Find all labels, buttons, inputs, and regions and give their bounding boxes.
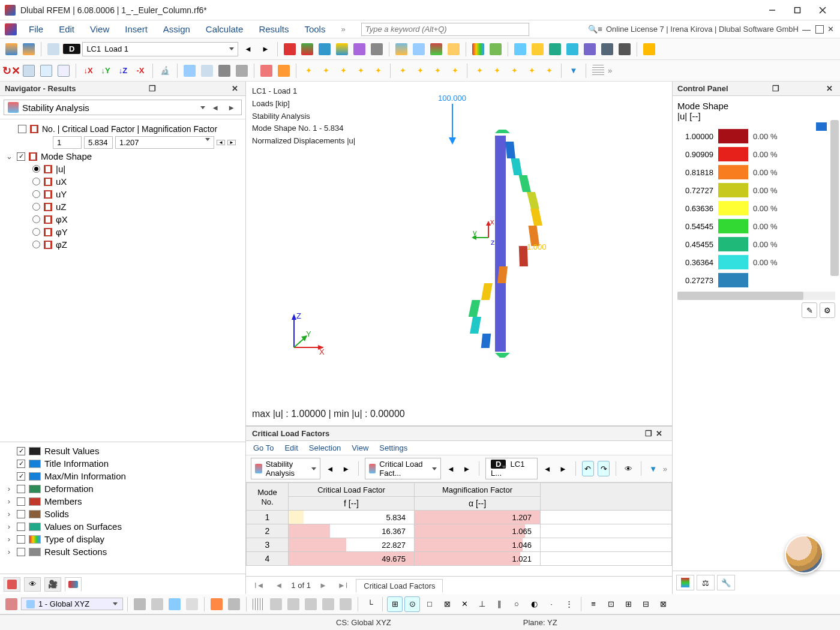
- overflow-icon[interactable]: »: [663, 464, 667, 473]
- tool-icon[interactable]: [259, 63, 274, 79]
- osnap-icon[interactable]: ⊥: [474, 596, 490, 612]
- spark-icon[interactable]: ✦: [301, 63, 316, 79]
- spark-icon[interactable]: ✦: [541, 63, 557, 79]
- table-combo-analysis[interactable]: Stability Analysis: [251, 458, 320, 479]
- expand-icon[interactable]: ›: [5, 547, 13, 556]
- table-menu-view[interactable]: View: [352, 443, 368, 452]
- expand-icon[interactable]: ›: [5, 535, 13, 544]
- keyword-search-input[interactable]: [361, 23, 529, 36]
- tool-icon[interactable]: [565, 41, 580, 57]
- mode-shape-node[interactable]: ⌄ Mode Shape: [2, 150, 243, 163]
- grid-icon[interactable]: [303, 596, 319, 612]
- nav-tab-display[interactable]: 👁: [24, 577, 41, 592]
- factor-checkbox[interactable]: [18, 125, 26, 133]
- next-page-button[interactable]: ►: [317, 581, 329, 590]
- display-option-result-sections[interactable]: › Result Sections: [2, 545, 243, 558]
- menu-assign[interactable]: Assign: [157, 22, 196, 37]
- menu-file[interactable]: File: [23, 22, 49, 37]
- tool-icon[interactable]: [428, 41, 444, 57]
- mode-radio-X[interactable]: φX: [2, 213, 243, 226]
- snap-icon[interactable]: [184, 596, 200, 612]
- spark-icon[interactable]: ✦: [412, 63, 428, 79]
- display-checkbox[interactable]: [17, 523, 25, 531]
- nav-tab-views[interactable]: 🎥: [44, 577, 61, 592]
- radio-icon[interactable]: [32, 241, 40, 248]
- filter-icon[interactable]: ▼: [647, 461, 659, 476]
- expand-icon[interactable]: ›: [5, 484, 13, 493]
- legend-scrollbar[interactable]: [830, 120, 839, 276]
- factor-spinner[interactable]: ◄: [217, 140, 225, 145]
- keyword-search[interactable]: [361, 23, 529, 36]
- radio-icon[interactable]: [32, 165, 40, 173]
- guide-icon[interactable]: ⊡: [603, 596, 619, 612]
- sync-icon[interactable]: ↷: [598, 461, 610, 476]
- table-combo-result[interactable]: Critical Load Fact...: [365, 458, 442, 479]
- filter-icon[interactable]: ▼: [566, 63, 581, 79]
- close-panel-icon[interactable]: ✕: [824, 84, 835, 93]
- display-option-deformation[interactable]: › Deformation: [2, 482, 243, 495]
- result-type-selector[interactable]: Stability Analysis ◄ ►: [4, 100, 242, 115]
- osnap-icon[interactable]: ⊞: [387, 596, 403, 612]
- workspace-selector[interactable]: 1 - Global XYZ: [21, 598, 123, 610]
- osnap-icon[interactable]: ·: [544, 596, 559, 612]
- factor-spinner[interactable]: ►: [227, 140, 236, 145]
- display-option-title-information[interactable]: Title Information: [2, 457, 243, 470]
- osnap-icon[interactable]: ⊠: [439, 596, 455, 612]
- menu-calculate[interactable]: Calculate: [200, 22, 250, 37]
- minimize-button[interactable]: [760, 2, 785, 19]
- cp-tab-filter[interactable]: 🔧: [717, 575, 735, 590]
- display-checkbox[interactable]: [17, 548, 25, 556]
- tool-icon[interactable]: [299, 41, 315, 57]
- save-icon[interactable]: [599, 41, 615, 57]
- cube-icon[interactable]: [38, 63, 54, 79]
- mode-radio-u[interactable]: |u|: [2, 163, 243, 175]
- tool-icon[interactable]: [470, 41, 486, 57]
- table-row[interactable]: 1 5.834 1.207: [247, 511, 672, 524]
- legend-edit-icon[interactable]: ✎: [802, 302, 817, 318]
- cp-tab-scale[interactable]: ⚖: [697, 575, 715, 590]
- guide-icon[interactable]: ≡: [586, 596, 601, 612]
- display-option-max-min-information[interactable]: Max/Min Information: [2, 470, 243, 482]
- mode-shape-checkbox[interactable]: [17, 152, 25, 161]
- snap-icon[interactable]: [209, 596, 224, 612]
- prev-button[interactable]: ◄: [445, 461, 457, 476]
- search-help-icon[interactable]: 🔍≡: [588, 25, 602, 34]
- radio-icon[interactable]: [32, 178, 40, 185]
- print-icon[interactable]: [617, 41, 632, 57]
- next-button[interactable]: ►: [340, 461, 352, 476]
- grid-icon[interactable]: [286, 596, 301, 612]
- tool-icon[interactable]: [446, 41, 461, 57]
- expand-icon[interactable]: ›: [5, 522, 13, 531]
- last-page-button[interactable]: ►I: [335, 581, 350, 590]
- tool-icon[interactable]: [282, 41, 298, 57]
- snap-icon[interactable]: [226, 596, 242, 612]
- undock-icon[interactable]: ❐: [645, 429, 652, 438]
- axis-y-icon[interactable]: ↓Y: [98, 63, 113, 79]
- table-menu-edit[interactable]: Edit: [284, 443, 298, 452]
- guide-icon[interactable]: ⊠: [655, 596, 671, 612]
- table-menu-goto[interactable]: Go To: [253, 443, 274, 452]
- next-lc-button[interactable]: ►: [257, 41, 273, 57]
- display-option-members[interactable]: › Members: [2, 495, 243, 508]
- snap-icon[interactable]: [149, 596, 165, 612]
- tool-icon[interactable]: [334, 41, 350, 57]
- spark-icon[interactable]: ✦: [353, 63, 368, 79]
- spark-icon[interactable]: ✦: [395, 63, 410, 79]
- tool-icon[interactable]: [182, 63, 197, 79]
- table-menu-selection[interactable]: Selection: [309, 443, 341, 452]
- tool-icon[interactable]: [276, 63, 292, 79]
- viewport[interactable]: LC1 - Load 1 Loads [kip] Stability Analy…: [246, 82, 672, 426]
- spark-icon[interactable]: ✦: [335, 63, 351, 79]
- tool-icon[interactable]: [394, 41, 409, 57]
- spark-icon[interactable]: ✦: [447, 63, 463, 79]
- tool-icon[interactable]: [352, 41, 367, 57]
- tool-icon[interactable]: [217, 63, 232, 79]
- tool-icon[interactable]: [369, 41, 385, 57]
- osnap-icon[interactable]: ⊙: [404, 596, 420, 612]
- osnap-icon[interactable]: ○: [509, 596, 524, 612]
- workspace-icon[interactable]: [4, 596, 19, 612]
- mode-radio-Y[interactable]: φY: [2, 226, 243, 238]
- collapse-icon[interactable]: ⌄: [5, 152, 13, 161]
- spark-icon[interactable]: ✦: [472, 63, 487, 79]
- snap-icon[interactable]: [132, 596, 148, 612]
